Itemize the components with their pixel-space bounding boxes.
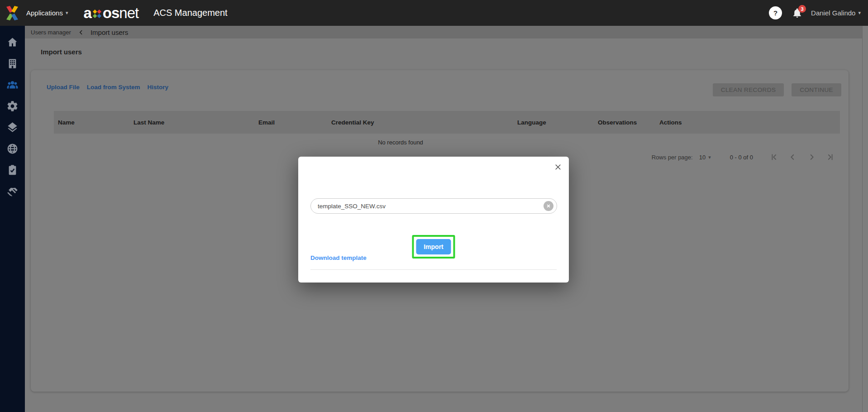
globe-icon [6, 143, 19, 155]
brand-x-icon [92, 9, 102, 19]
close-dialog-button[interactable] [552, 161, 564, 173]
users-group-icon [6, 79, 19, 91]
sidebar-item-partners[interactable] [0, 181, 25, 202]
sidebar-item-organizations[interactable] [0, 53, 25, 74]
top-app-bar: Applications ▾ a osnet ACS Management ? … [0, 0, 868, 26]
building-icon [6, 57, 19, 70]
app-title: ACS Management [153, 8, 227, 18]
sidebar-item-tasks[interactable] [0, 159, 25, 181]
topbar-right-section: ? 3 Daniel Galindo ▾ [769, 6, 861, 19]
sidebar-item-settings[interactable] [0, 96, 25, 117]
chevron-down-icon: ▾ [858, 10, 861, 16]
download-template-link[interactable]: Download template [310, 254, 367, 261]
chevron-down-icon: ▾ [66, 10, 68, 16]
help-button[interactable]: ? [769, 6, 782, 19]
sidebar-item-users[interactable] [0, 74, 25, 96]
handshake-icon [6, 185, 19, 197]
layers-icon [6, 121, 19, 134]
brand-logo: a osnet [83, 5, 138, 22]
brand-text-suffix: net [119, 5, 138, 22]
notifications-button[interactable]: 3 [792, 7, 803, 19]
clipboard-check-icon [6, 164, 19, 176]
brand-text-prefix: a [83, 5, 91, 22]
clear-file-button[interactable] [544, 201, 553, 211]
brand-text-mid: os [103, 5, 119, 22]
gear-icon [6, 100, 19, 112]
sidebar-item-layers[interactable] [0, 117, 25, 138]
applications-label: Applications [26, 9, 63, 17]
dialog-divider [310, 269, 557, 270]
upload-file-dialog: Import Download template [298, 157, 569, 283]
file-field-wrapper [310, 198, 557, 214]
sidebar-nav [0, 26, 25, 412]
applications-menu[interactable]: Applications ▾ [26, 9, 68, 17]
sidebar-item-home[interactable] [0, 32, 25, 53]
close-icon [554, 163, 562, 171]
action-highlight-annotation: Import [412, 235, 455, 259]
import-button[interactable]: Import [416, 239, 451, 254]
user-menu[interactable]: Daniel Galindo ▾ [811, 9, 861, 17]
file-name-input[interactable] [310, 198, 557, 214]
sidebar-item-global[interactable] [0, 138, 25, 159]
question-mark-icon: ? [773, 9, 777, 17]
company-x-logo-icon [4, 5, 20, 21]
notification-badge: 3 [798, 5, 806, 13]
clear-x-icon [546, 204, 551, 208]
user-name: Daniel Galindo [811, 9, 855, 17]
home-icon [6, 36, 19, 48]
